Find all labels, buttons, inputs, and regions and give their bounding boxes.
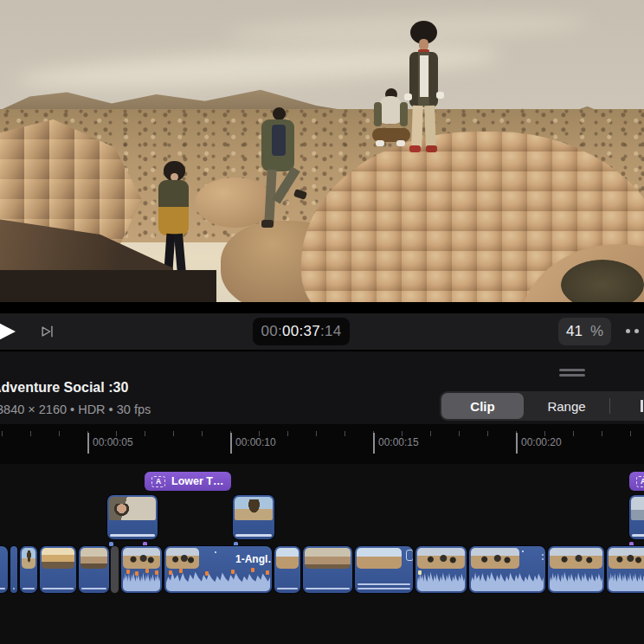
badge-fragment — [406, 550, 413, 561]
timeline-clip[interactable] — [40, 546, 76, 593]
segment-divider — [609, 398, 610, 414]
timeline-clip[interactable] — [303, 546, 352, 593]
timeline-clip[interactable] — [607, 546, 644, 593]
project-title: Adventure Social :30 — [0, 380, 128, 396]
clip-thumbnail — [357, 548, 402, 569]
clip-thumbnail — [166, 548, 199, 569]
transport-bar: 00:00:37:14 41 % — [0, 313, 644, 350]
segment-cutoff-fragment — [641, 400, 643, 412]
person-figure — [396, 21, 450, 152]
clip-range-segmented-control: Clip Range — [440, 391, 644, 421]
audio-strip — [81, 588, 106, 590]
audio-strip — [357, 583, 410, 586]
title-clip-label: Lower T… — [171, 475, 223, 487]
clip-thumbnail — [631, 497, 644, 520]
connected-clip[interactable] — [107, 495, 158, 539]
timeline-clip[interactable] — [415, 546, 467, 593]
audio-waveform — [609, 568, 644, 591]
peak-marker — [251, 568, 254, 572]
clip-thumbnail — [123, 548, 160, 569]
play-button[interactable] — [0, 317, 16, 346]
timeline-clip[interactable] — [548, 546, 604, 593]
timeline-clip[interactable] — [274, 546, 300, 593]
audio-strip — [306, 588, 350, 590]
timeline-clip[interactable] — [121, 546, 162, 593]
clip-thumbnail — [471, 548, 519, 569]
audio-strip — [0, 588, 5, 590]
timeline-clip[interactable] — [79, 546, 109, 593]
multicam-grid-icon — [522, 551, 539, 565]
peak-marker — [179, 569, 183, 573]
project-specs: 3840 × 2160 • HDR • 30 fps — [0, 402, 151, 416]
detail-dot — [542, 554, 544, 556]
audio-strip — [277, 588, 298, 590]
peak-marker — [135, 571, 138, 576]
timeline-clip-angle[interactable]: 1-Angl… — [164, 546, 272, 593]
more-options-icon[interactable] — [626, 329, 639, 333]
person-figure — [249, 107, 306, 248]
clip-thumbnail — [22, 548, 35, 569]
peak-marker — [231, 570, 235, 574]
peak-marker — [155, 570, 158, 575]
multicam-grid-icon — [215, 551, 232, 566]
timecode-hours: 00: — [261, 323, 282, 340]
ruler-major-tick — [87, 433, 89, 454]
title-a-icon: A — [636, 476, 644, 487]
timeline-clip[interactable] — [469, 546, 545, 593]
peak-marker — [418, 570, 422, 575]
connected-clip[interactable] — [233, 495, 274, 539]
audio-waveform — [417, 568, 465, 591]
timeline-clip[interactable] — [10, 546, 17, 593]
clip-thumbnail — [609, 548, 644, 569]
audio-waveform — [471, 568, 544, 591]
skip-to-end-icon[interactable] — [40, 324, 55, 339]
bush — [561, 260, 644, 302]
peak-marker — [266, 570, 269, 575]
title-a-icon: A — [151, 476, 165, 487]
timecode-display[interactable]: 00:00:37:14 — [253, 318, 350, 345]
gap-clip[interactable] — [111, 546, 119, 593]
ruler-major-tick — [516, 433, 518, 454]
audio-strip — [42, 588, 74, 590]
zoom-value: 41 — [566, 323, 583, 340]
peak-marker — [145, 569, 149, 573]
detail-dot — [542, 558, 544, 560]
audio-strip — [110, 534, 155, 537]
video-preview[interactable] — [0, 0, 644, 302]
clip-thumbnail — [235, 497, 273, 520]
ruler-label: 00:00:20 — [521, 436, 562, 448]
segment-range[interactable]: Range — [525, 391, 608, 421]
segment-clip[interactable]: Clip — [441, 393, 524, 419]
ruler-major-tick — [373, 433, 375, 454]
zoom-unit: % — [590, 323, 603, 340]
peak-marker — [169, 570, 172, 575]
timeline-ruler[interactable]: 00:00:05 00:00:10 00:00:15 00:00:20 — [0, 424, 644, 464]
peak-marker — [205, 571, 209, 576]
timeline: A Lower T… A — [0, 464, 644, 644]
timeline-header: Adventure Social :30 3840 × 2160 • HDR •… — [0, 350, 644, 424]
clip-label: 1-Angl… — [235, 553, 272, 565]
clip-thumbnail — [550, 548, 602, 569]
connected-clip[interactable] — [629, 495, 644, 539]
audio-strip — [235, 534, 272, 537]
clip-thumbnail — [109, 497, 156, 520]
timecode-frames: :14 — [320, 323, 342, 340]
title-clip[interactable]: A Lower T… — [145, 472, 231, 491]
audio-strip — [23, 588, 35, 590]
timecode-main: 00:37 — [282, 323, 320, 340]
timeline-clip[interactable] — [0, 546, 8, 593]
peak-marker — [126, 570, 130, 574]
drag-handle[interactable] — [559, 369, 585, 379]
timeline-clip[interactable] — [355, 546, 413, 593]
app-window: 00:00:37:14 41 % Adventure Social :30 38… — [0, 0, 644, 644]
clip-thumbnail — [305, 548, 351, 569]
ruler-label: 00:00:15 — [378, 436, 419, 448]
ruler-label: 00:00:10 — [235, 436, 276, 448]
ruler-major-tick — [230, 433, 232, 454]
audio-strip — [632, 534, 644, 537]
clip-thumbnail — [276, 548, 299, 569]
timeline-clip[interactable] — [20, 546, 37, 593]
title-clip[interactable]: A — [629, 472, 644, 491]
ruler-label: 00:00:05 — [93, 436, 133, 448]
zoom-level-control[interactable]: 41 % — [558, 318, 611, 345]
